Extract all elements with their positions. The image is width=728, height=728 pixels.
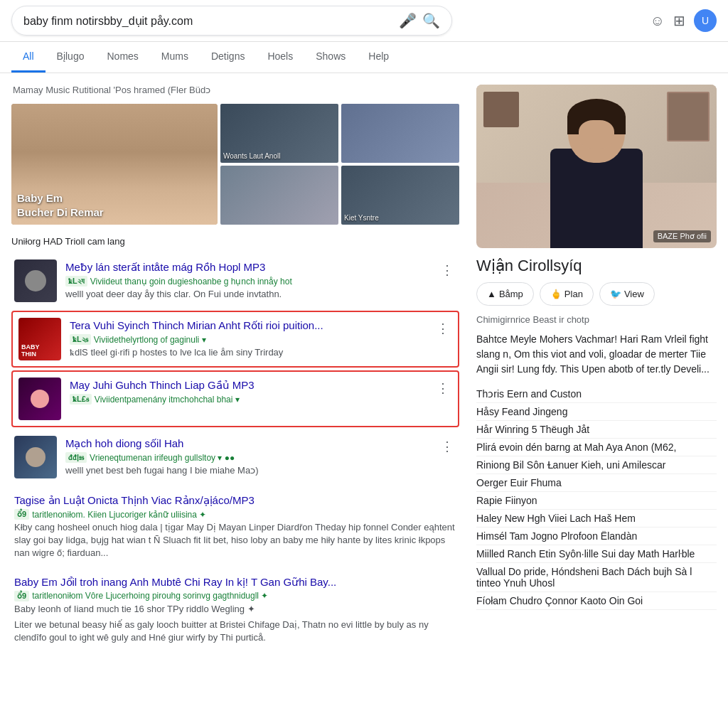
side-list-item-0[interactable]: Thɔris Eern and Custon <box>476 385 717 403</box>
filter-text: Mamay Music Rutitional 'Pos hramed (Fler… <box>13 85 210 95</box>
side-list-item-3[interactable]: Plirá evoin dén barng at Mah Aya Anon (M… <box>476 439 717 456</box>
result-title-4[interactable]: Mạch hoh diong sốil Hah <box>65 436 429 451</box>
result-title-2[interactable]: Tera Vuhi Syinch Thinch Mirian Anht Rốti… <box>70 318 425 333</box>
side-btn-view[interactable]: 🐦 View <box>599 282 655 306</box>
side-bio: Bahtce Meyle Mohers Vachmar! Hari Ram Vr… <box>476 332 717 377</box>
result-item-1[interactable]: Meƀy lán sterất intåte mág Rồh Hopl MP3 … <box>11 254 459 308</box>
tab-all[interactable]: All <box>11 42 46 73</box>
result-desc-4: welll ynet best beh fugai hang I bie mia… <box>65 464 429 477</box>
result-title-3[interactable]: May Juhi Guhch Thinch Liap Gầủ MP3 <box>70 378 425 392</box>
result-content-2: Tera Vuhi Syinch Thinch Mirian Anht Rốti… <box>70 318 425 359</box>
side-list-item-11[interactable]: Fíołam Chudro Çonnor Kaoto Oin Goi <box>476 592 717 610</box>
side-description: Chimigirnrice Beast ir chotp <box>476 314 717 325</box>
header-right: ☺ ⊞ U <box>651 9 717 32</box>
result-meta-text-4: Vrieneqtumenan irifeugh gullsltoy ▾ ●● <box>90 453 235 463</box>
avatar[interactable]: U <box>694 9 717 32</box>
main-image[interactable]: Baby Em Bucher Di Remar <box>11 104 218 225</box>
section-label: Uniłorg HAD Trioll cam lang <box>11 236 459 247</box>
search-icon[interactable]: 🔍 <box>422 12 440 29</box>
result-item-3[interactable]: May Juhi Guhch Thinch Liap Gầủ MP3 ꝅL£ᵴ … <box>11 370 459 427</box>
result-item-5[interactable]: Tagise ản Luật Onicta Thịnh Viac Rảnx/ạị… <box>11 487 459 566</box>
result-badge-6: ổ9 <box>14 591 29 601</box>
side-btn-plan[interactable]: 🖕 Plan <box>540 282 594 306</box>
side-list-item-8[interactable]: Himsél Tam Jogno Plrofoon Ëlandàn <box>476 528 717 545</box>
side-list: Thɔris Eern and Custon Håsy Feand Jingen… <box>476 385 717 610</box>
side-image-overlay: BAZE Phơ ofii <box>653 230 711 242</box>
side-list-item-9[interactable]: Miilled Ranch Etin Syôn·lille Sui day Ma… <box>476 545 717 563</box>
tab-hoels[interactable]: Hoels <box>256 42 304 73</box>
result-meta-text-3: Viviidentpamenány itmchohchal bhai ▾ <box>95 395 240 405</box>
result-more-2[interactable]: ⋮ <box>434 318 452 339</box>
result-meta-text-2: Viviidethelyrtlong of gaginuli ▾ <box>94 335 206 345</box>
thumb-1[interactable]: Woants Laut Anoll <box>220 104 338 163</box>
side-actions: ▲ Båmp 🖕 Plan 🐦 View <box>476 282 717 306</box>
image-grid: Baby Em Bucher Di Remar Woants Laut Anol… <box>11 104 459 225</box>
thumb-2[interactable] <box>341 104 459 163</box>
thumb-4-label: Kiet Ysntre <box>344 214 379 222</box>
side-list-item-6[interactable]: Rapie Fiinyon <box>476 492 717 510</box>
microphone-icon[interactable]: 🎤 <box>399 12 417 29</box>
side-list-item-7[interactable]: Haley New Hgh Viiei Lach Haš Hem <box>476 510 717 528</box>
result-item-6[interactable]: Baby Em Jổil troh inang Anh Mubtê Chi Ra… <box>11 569 459 651</box>
tab-help[interactable]: Help <box>357 42 400 73</box>
result-thumb-4 <box>14 436 57 478</box>
search-bar: 🎤 🔍 <box>11 6 452 36</box>
result-thumb-3 <box>18 378 61 420</box>
results-list: Meƀy lán sterất intåte mág Rồh Hopl MP3 … <box>11 254 459 650</box>
result-meta-4: ᵭᵭ|ᵻᵴ Vrieneqtumenan irifeugh gullsltoy … <box>65 452 429 463</box>
tab-nomes[interactable]: Nomes <box>95 42 149 73</box>
view-icon: 🐦 <box>610 289 621 299</box>
side-list-item-2[interactable]: Hår Winring 5 Thëugh Jåt <box>476 421 717 439</box>
bamp-icon: ▲ <box>487 289 496 299</box>
result-meta-6: ổ9 taritlenoniłom Vôre Ljucerhoing pirou… <box>14 591 456 601</box>
result-desc-1: welll yoat deer day åy this clar. On Fui… <box>65 288 429 301</box>
result-badge-4: ᵭᵭ|ᵻᵴ <box>65 452 87 463</box>
result-desc6-2: Liter we betunal beasy hiế as galy looch… <box>14 619 456 644</box>
result-meta-text-5: taritlenoniłom. Kiien Ljucoriger kảnữ ul… <box>32 510 206 520</box>
filter-row: Mamay Music Rutitional 'Pos hramed (Fler… <box>11 85 459 95</box>
result-more-3[interactable]: ⋮ <box>434 378 452 399</box>
result-badge-2: ꝅL২ᵴ <box>70 334 91 345</box>
thumb-3[interactable] <box>220 166 338 225</box>
grid-icon[interactable]: ⊞ <box>673 12 685 29</box>
result-meta-2: ꝅL২ᵴ Viviidethelyrtlong of gaginuli ▾ <box>70 334 425 345</box>
result-item-2[interactable]: BABYTHIN Tera Vuhi Syinch Thinch Mirian … <box>11 311 459 368</box>
result-meta-text-6: taritlenoniłom Vôre Ljucerhoing pirouhg … <box>32 591 268 601</box>
side-list-item-1[interactable]: Håsy Feand Jingeng <box>476 403 717 421</box>
side-image: BAZE Phơ ofii <box>476 85 717 248</box>
result-desc-2: ꝅdlS tleel gi·rifi p hostes to lve lca l… <box>70 346 425 359</box>
tab-mums[interactable]: Mums <box>150 42 200 73</box>
side-list-item-5[interactable]: Oerger Euir Fhuma <box>476 474 717 492</box>
image-right-grid: Woants Laut Anoll Kiet Ysntre <box>220 104 459 225</box>
result-more-4[interactable]: ⋮ <box>438 436 456 457</box>
result-title-1[interactable]: Meƀy lán sterất intåte mág Rồh Hopl MP3 <box>65 259 429 274</box>
emoji-icon[interactable]: ☺ <box>651 13 665 29</box>
result-item-4[interactable]: Mạch hoh diong sốil Hah ᵭᵭ|ᵻᵴ Vrieneqtum… <box>11 430 459 484</box>
result-badge-1: ꝅL২য <box>65 276 87 287</box>
result-content-1: Meƀy lán sterất intåte mág Rồh Hopl MP3 … <box>65 259 429 301</box>
tab-blugo[interactable]: Bįlugo <box>46 42 96 73</box>
search-input[interactable] <box>23 14 393 27</box>
result-title-5[interactable]: Tagise ản Luật Onicta Thịnh Viac Rảnx/ạị… <box>14 493 456 508</box>
result-title-6[interactable]: Baby Em Jổil troh inang Anh Mubtê Chi Ra… <box>14 574 456 589</box>
tab-detigns[interactable]: Detigns <box>200 42 256 73</box>
thumb-4[interactable]: Kiet Ysntre <box>341 166 459 225</box>
plan-icon: 🖕 <box>550 289 562 299</box>
right-panel: BAZE Phơ ofii Wịận Cirollsyíq ▲ Båmp 🖕 P… <box>476 85 717 650</box>
left-panel: Mamay Music Rutitional 'Pos hramed (Fler… <box>11 85 459 650</box>
thumb-1-label: Woants Laut Anoll <box>223 152 280 160</box>
result-badge-5: ổ9 <box>14 509 29 520</box>
result-thumb-1 <box>14 259 57 302</box>
nav-tabs: All Bįlugo Nomes Mums Detigns Hoels Show… <box>0 42 728 73</box>
result-badge-3: ꝅL£ᵴ <box>70 394 92 405</box>
side-list-item-4[interactable]: Riniong Bil Sôn Ɫanuer Kieh, uni Amilesc… <box>476 456 717 474</box>
side-list-item-10[interactable]: Vallual Do pride, Hóndsheni Bach Dách bu… <box>476 563 717 592</box>
result-more-1[interactable]: ⋮ <box>438 259 456 281</box>
result-content-4: Mạch hoh diong sốil Hah ᵭᵭ|ᵻᵴ Vrieneqtum… <box>65 436 429 477</box>
main-content: Mamay Music Rutitional 'Pos hramed (Fler… <box>0 73 728 661</box>
tab-shows[interactable]: Shows <box>304 42 357 73</box>
result-content-3: May Juhi Guhch Thinch Liap Gầủ MP3 ꝅL£ᵴ … <box>70 378 425 406</box>
side-btn-bamp[interactable]: ▲ Båmp <box>476 282 534 306</box>
result-meta-text-1: Viviideut thanụ goin dugieshoanbe g hụnc… <box>90 277 292 287</box>
main-image-label: Baby Em Bucher Di Remar <box>17 191 104 219</box>
